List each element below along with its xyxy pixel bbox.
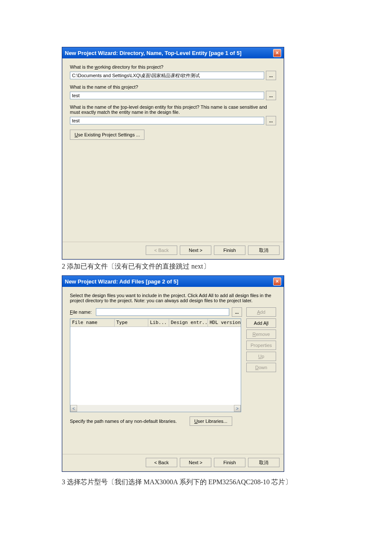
table-header: File name Type Lib... Design entr... HDL… (70, 319, 241, 327)
titlebar: New Project Wizard: Directory, Name, Top… (62, 47, 284, 58)
titlebar: New Project Wizard: Add Files [page 2 of… (62, 276, 284, 287)
add-all-button[interactable]: Add All (246, 318, 276, 328)
th-hdl[interactable]: HDL version (208, 319, 241, 327)
t: emove (256, 332, 270, 337)
caption-step2: 2 添加已有文件〔没有已有文件的直接跳过 next〕 (62, 262, 330, 271)
t: ile name: (73, 309, 92, 315)
button-row: < Back Next > Finish 取消 (62, 242, 284, 259)
scrollbar[interactable]: < > (70, 405, 241, 412)
th-type[interactable]: Type (115, 319, 148, 327)
label-working-dir: What is the working directory for this p… (70, 64, 276, 69)
dialog-new-project-page1: New Project Wizard: Directory, Name, Top… (62, 47, 284, 260)
t: roject? (124, 84, 138, 90)
next-button[interactable]: Next > (180, 458, 211, 467)
files-table[interactable]: File name Type Lib... Design entr... HDL… (70, 318, 241, 412)
browse-button[interactable]: ... (266, 91, 276, 100)
add-button: Add (246, 307, 276, 317)
t: ser Libraries... (198, 419, 228, 424)
properties-button: Properties (246, 341, 276, 350)
t: F (70, 309, 73, 315)
desc-text: Select the design files you want to incl… (70, 293, 276, 303)
t: own (259, 365, 267, 370)
down-button: Down (246, 363, 276, 372)
remove-button: Remove (246, 330, 276, 339)
dialog-body: Select the design files you want to incl… (62, 287, 284, 452)
t: A (257, 309, 260, 315)
t: Add A (254, 321, 266, 326)
file-name-label: File name: (70, 309, 93, 315)
top-entity-input[interactable] (70, 117, 264, 124)
dialog-title: New Project Wizard: Add Files [page 2 of… (65, 278, 179, 285)
button-row: < Back Next > Finish 取消 (62, 454, 284, 471)
finish-button[interactable]: Finish (214, 458, 245, 467)
cancel-button[interactable]: 取消 (248, 246, 280, 255)
scroll-track[interactable] (77, 405, 234, 412)
t: orking directory for this project? (98, 64, 163, 69)
use-existing-button[interactable]: Use Existing Project Settings ... (70, 130, 144, 140)
libs-row: Specify the path names of any non-defaul… (70, 416, 242, 426)
right-button-col: Add Add All Remove Properties Up Down (246, 307, 276, 426)
dialog-body: What is the working directory for this p… (62, 58, 284, 240)
t: R (253, 332, 256, 337)
close-icon[interactable]: × (273, 49, 281, 57)
file-name-input[interactable] (96, 308, 229, 316)
label-top-entity: What is the name of the top-level design… (70, 104, 276, 115)
t: What is the (70, 64, 95, 69)
browse-button[interactable]: ... (266, 116, 276, 125)
libs-text: Specify the path names of any non-defaul… (70, 419, 177, 424)
close-icon[interactable]: × (273, 278, 281, 286)
t: U (194, 419, 198, 424)
next-button[interactable]: Next > (180, 246, 211, 255)
browse-button[interactable]: ... (232, 307, 242, 317)
t: se Existing Project Settings ... (78, 132, 140, 137)
back-button: < Back (146, 246, 177, 255)
th-file[interactable]: File name (70, 319, 115, 327)
t: 2 添加已有文件〔没有已有文件的直接跳过 next〕 (62, 263, 210, 270)
cancel-button[interactable]: 取消 (248, 458, 280, 467)
th-design[interactable]: Design entr... (169, 319, 208, 327)
t: What is the name of this (70, 84, 121, 90)
dialog-title: New Project Wizard: Directory, Name, Top… (65, 50, 242, 56)
t: w (95, 64, 98, 69)
scroll-right-icon[interactable]: > (234, 405, 241, 412)
t: dd (260, 309, 265, 315)
t: U (258, 354, 262, 359)
th-lib[interactable]: Lib... (148, 319, 169, 327)
t: l (268, 321, 268, 326)
t: What is the name of the (70, 104, 121, 110)
t: D (255, 365, 259, 370)
finish-button[interactable]: Finish (214, 246, 245, 255)
t: p (262, 354, 264, 359)
dialog-new-project-page2: New Project Wizard: Add Files [page 2 of… (62, 275, 284, 472)
t: U (75, 132, 78, 137)
browse-button[interactable]: ... (266, 71, 276, 80)
up-button: Up (246, 352, 276, 361)
scroll-left-icon[interactable]: < (70, 405, 77, 412)
project-name-input[interactable] (70, 92, 264, 99)
caption-step3: 3 选择芯片型号〔我们选择 MAX3000A 系列下的 EPM3256AQC20… (62, 478, 330, 487)
working-dir-input[interactable] (70, 72, 264, 79)
user-libraries-button[interactable]: User Libraries... (190, 416, 232, 426)
label-project-name: What is the name of this project? (70, 84, 276, 90)
back-button[interactable]: < Back (146, 458, 177, 467)
